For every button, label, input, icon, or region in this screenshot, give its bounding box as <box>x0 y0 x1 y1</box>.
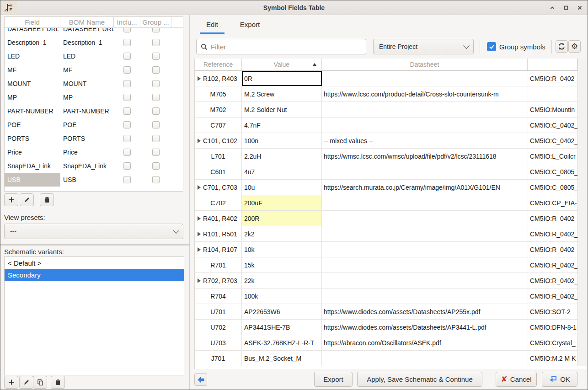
field-name-cell[interactable]: Description_1 <box>5 36 60 49</box>
settings-button[interactable]: ⚙ <box>568 40 581 53</box>
field-row[interactable]: LEDLED <box>5 49 183 63</box>
column-header-reference[interactable]: Reference <box>195 59 242 70</box>
footprint-cell[interactable]: CM5IO:Mountin <box>528 102 578 117</box>
group-symbols-checkbox[interactable] <box>487 42 496 51</box>
field-row[interactable]: SnapEDA_LinkSnapEDA_Link <box>5 159 183 173</box>
reference-cell[interactable]: C702 <box>195 195 242 210</box>
group-by-checkbox[interactable] <box>152 121 160 128</box>
datasheet-cell[interactable]: https://www.diodes.com/assets/Datasheets… <box>322 304 528 319</box>
reference-cell[interactable]: M702 <box>195 102 242 117</box>
column-header-group-by[interactable]: Group ... <box>140 17 171 27</box>
expander-icon[interactable] <box>198 247 201 252</box>
footprint-cell[interactable] <box>528 86 578 102</box>
footprint-cell[interactable]: CM5IO:R_0402_ <box>528 211 578 226</box>
field-row[interactable]: MFMF <box>5 63 183 77</box>
include-checkbox[interactable] <box>123 149 131 156</box>
value-cell[interactable]: 4u7 <box>242 164 322 179</box>
symbol-row[interactable]: C6014u7CM5IO:C_0805_ <box>195 164 586 180</box>
reference-cell[interactable]: R104, R107 <box>195 242 242 257</box>
footprint-cell[interactable]: CM5IO:R_0402_ <box>528 257 578 272</box>
value-cell[interactable]: 100n <box>242 133 322 148</box>
footprint-cell[interactable]: CM5IO:C_0402_ <box>528 118 578 133</box>
include-checkbox[interactable] <box>123 94 131 101</box>
value-cell[interactable]: 22k <box>242 273 322 288</box>
include-checkbox[interactable] <box>123 176 131 183</box>
expander-icon[interactable] <box>198 139 201 143</box>
field-name-cell[interactable]: POE <box>5 118 60 132</box>
expander-icon[interactable] <box>198 76 201 81</box>
field-row[interactable]: USBUSB <box>5 173 183 187</box>
symbol-row[interactable]: M705M.2 Screwhttps://www.lcsc.com/produc… <box>195 86 586 102</box>
back-button[interactable] <box>194 373 207 386</box>
bom-name-cell[interactable]: MOUNT <box>60 77 114 91</box>
symbol-row[interactable]: U702AP3441SHE-7Bhttps://www.diodes.com/a… <box>195 320 586 335</box>
field-name-cell[interactable]: MF <box>5 63 60 77</box>
symbol-row[interactable]: C101, C102100n-- mixed values --CM5IO:C_… <box>195 133 586 149</box>
group-by-checkbox[interactable] <box>152 107 160 115</box>
symbol-row[interactable]: L7012.2uHhttps://wmsc.lcsc.com/wmsc/uplo… <box>195 149 586 164</box>
bom-name-cell[interactable]: PART-NUMBER <box>60 104 114 118</box>
datasheet-cell[interactable]: -- mixed values -- <box>322 133 528 148</box>
symbol-row[interactable]: C702200uFCM5IO:CP_EIA- <box>195 195 586 211</box>
reference-cell[interactable]: R401, R402 <box>195 211 242 226</box>
maximize-icon[interactable] <box>561 3 571 13</box>
close-icon[interactable] <box>575 3 585 13</box>
filter-input[interactable] <box>211 43 362 51</box>
reference-cell[interactable]: U703 <box>195 335 242 350</box>
edit-variant-button[interactable] <box>19 376 33 389</box>
footprint-cell[interactable]: CM5IO:CP_EIA- <box>528 195 578 210</box>
apply-save-continue-button[interactable]: Apply, Save Schematic & Continue <box>357 372 482 387</box>
symbol-row[interactable]: C7074.7nFCM5IO:C_0402_ <box>195 118 586 133</box>
value-cell[interactable]: 15k <box>242 257 322 272</box>
reference-cell[interactable]: C101, C102 <box>195 133 242 148</box>
refresh-button[interactable] <box>556 40 568 53</box>
panel-sash[interactable] <box>0 244 189 246</box>
expander-icon[interactable] <box>198 185 201 190</box>
footprint-cell[interactable]: CM5IO:R_0402_ <box>528 288 578 304</box>
cancel-button[interactable]: ✘ Cancel <box>496 372 537 387</box>
include-checkbox[interactable] <box>123 162 131 170</box>
value-cell[interactable]: 4.7nF <box>242 118 322 133</box>
datasheet-cell[interactable] <box>322 226 528 241</box>
symbol-row[interactable]: R70115kCM5IO:R_0402_ <box>195 257 586 273</box>
export-button[interactable]: Export <box>314 372 353 387</box>
value-cell[interactable]: AP22653W6 <box>242 304 322 319</box>
include-checkbox[interactable] <box>123 39 131 46</box>
group-by-checkbox[interactable] <box>152 162 160 170</box>
group-by-checkbox[interactable] <box>152 176 160 183</box>
field-name-cell[interactable]: PART-NUMBER <box>5 104 60 118</box>
reference-cell[interactable]: C601 <box>195 164 242 179</box>
variant-item[interactable]: < Default > <box>5 257 184 269</box>
value-cell[interactable]: 10k <box>242 242 322 257</box>
datasheet-cell[interactable] <box>322 118 528 133</box>
minimize-icon[interactable] <box>547 3 557 13</box>
include-checkbox[interactable] <box>123 66 131 74</box>
delete-field-button[interactable] <box>40 193 54 206</box>
include-checkbox[interactable] <box>123 80 131 87</box>
datasheet-cell[interactable]: https://wmsc.lcsc.com/wmsc/upload/file/p… <box>322 149 528 164</box>
reference-cell[interactable]: R101, R501 <box>195 226 242 241</box>
group-by-checkbox[interactable] <box>152 53 160 60</box>
field-row[interactable]: POEPOE <box>5 118 183 132</box>
footprint-cell[interactable]: CM5IO:Crystal_ <box>528 335 578 350</box>
bom-name-cell[interactable]: LED <box>60 49 114 63</box>
column-header-bom-name[interactable]: BOM Name <box>60 17 114 27</box>
column-header-include[interactable]: Inclu... <box>114 17 140 27</box>
symbol-row[interactable]: R702, R70322kCM5IO:R_0402_ <box>195 273 586 288</box>
column-header-field[interactable]: Field <box>5 17 60 27</box>
datasheet-cell[interactable]: https://www.diodes.com/assets/Datasheets… <box>322 320 528 335</box>
datasheet-cell[interactable] <box>322 257 528 272</box>
expander-icon[interactable] <box>198 216 201 221</box>
symbol-row[interactable]: R704100kCM5IO:R_0402_ <box>195 288 586 304</box>
footprint-cell[interactable]: CM5IO:L_Coilcr <box>528 149 578 164</box>
delete-variant-button[interactable] <box>51 376 65 389</box>
field-name-cell[interactable]: USB <box>5 173 60 187</box>
field-row[interactable]: MPMP <box>5 91 183 104</box>
symbol-row[interactable]: R101, R5012k2CM5IO:R_0402_ <box>195 226 586 242</box>
datasheet-cell[interactable]: https://abracon.com/Oscillators/ASEK.pdf <box>322 335 528 350</box>
reference-cell[interactable]: J701 <box>195 351 242 366</box>
expander-icon[interactable] <box>198 232 201 236</box>
datasheet-cell[interactable] <box>322 351 528 366</box>
symbol-row[interactable]: J701Bus_M.2_Socket_MCM5IO:M.2 M K <box>195 351 586 366</box>
field-name-cell[interactable]: SnapEDA_Link <box>5 159 60 173</box>
